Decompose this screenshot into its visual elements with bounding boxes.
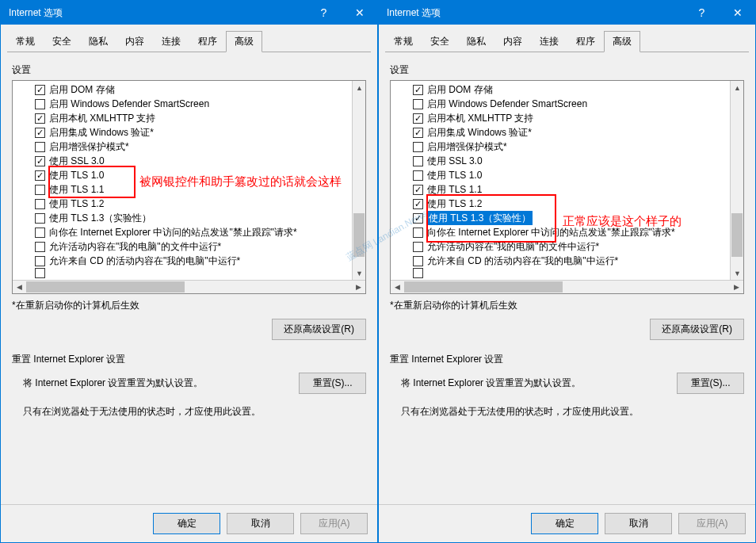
restore-advanced-button[interactable]: 还原高级设置(R): [272, 319, 366, 340]
tab-content[interactable]: 内容: [494, 31, 531, 52]
tab-content[interactable]: 内容: [116, 31, 153, 52]
tab-programs[interactable]: 程序: [189, 31, 226, 52]
settings-row[interactable]: 启用增强保护模式*: [413, 140, 743, 154]
settings-row[interactable]: 启用本机 XMLHTTP 支持: [35, 111, 365, 125]
settings-row-partial: [35, 268, 365, 279]
checkbox[interactable]: [35, 128, 45, 138]
checkbox[interactable]: [35, 156, 45, 166]
checkbox: [413, 268, 423, 278]
scroll-thumb-h[interactable]: [404, 281, 563, 293]
ok-button[interactable]: 确定: [153, 513, 220, 534]
tab-general[interactable]: 常规: [7, 31, 44, 52]
reset-info: 只有在浏览器处于无法使用的状态时，才应使用此设置。: [23, 405, 366, 419]
checkbox[interactable]: [413, 170, 423, 181]
tab-advanced[interactable]: 高级: [226, 31, 262, 52]
checkbox[interactable]: [413, 199, 423, 209]
checkbox[interactable]: [35, 170, 45, 181]
checkbox[interactable]: [413, 228, 423, 238]
settings-row[interactable]: 使用 TLS 1.3（实验性）: [413, 211, 743, 225]
settings-row[interactable]: 启用增强保护模式*: [35, 140, 365, 154]
scroll-right-icon[interactable]: ▶: [352, 281, 365, 294]
tab-programs[interactable]: 程序: [567, 31, 604, 52]
checkbox[interactable]: [35, 142, 45, 152]
checkbox[interactable]: [35, 113, 45, 124]
checkbox[interactable]: [35, 185, 45, 195]
settings-row[interactable]: 向你在 Internet Explorer 中访问的站点发送"禁止跟踪"请求*: [413, 225, 743, 239]
checkbox[interactable]: [35, 213, 45, 224]
settings-row[interactable]: 启用集成 Windows 验证*: [35, 125, 365, 140]
ok-button[interactable]: 确定: [531, 513, 598, 534]
settings-row[interactable]: 启用 Windows Defender SmartScreen: [413, 97, 743, 111]
tab-advanced[interactable]: 高级: [604, 31, 640, 52]
settings-row[interactable]: 启用集成 Windows 验证*: [413, 125, 743, 140]
checkbox[interactable]: [35, 99, 45, 109]
checkbox[interactable]: [413, 256, 423, 266]
tab-connections[interactable]: 连接: [531, 31, 567, 52]
tab-privacy[interactable]: 隐私: [458, 31, 494, 52]
settings-row[interactable]: 使用 TLS 1.2: [35, 197, 365, 211]
settings-row[interactable]: 使用 TLS 1.1: [35, 182, 365, 197]
settings-row[interactable]: 使用 TLS 1.2: [413, 197, 743, 211]
reset-button[interactable]: 重置(S)...: [677, 373, 744, 394]
checkbox[interactable]: [413, 156, 423, 166]
checkbox[interactable]: [413, 113, 423, 124]
scroll-left-icon[interactable]: ◀: [13, 281, 26, 294]
settings-row[interactable]: 使用 TLS 1.1: [413, 182, 743, 197]
checkbox[interactable]: [35, 256, 45, 266]
apply-button[interactable]: 应用(A): [300, 513, 368, 534]
cancel-button[interactable]: 取消: [227, 513, 294, 534]
horizontal-scrollbar[interactable]: ◀ ▶: [13, 280, 365, 293]
scroll-thumb-h[interactable]: [26, 281, 185, 293]
checkbox[interactable]: [35, 199, 45, 209]
settings-row[interactable]: 向你在 Internet Explorer 中访问的站点发送"禁止跟踪"请求*: [35, 225, 365, 239]
checkbox[interactable]: [35, 228, 45, 238]
checkbox[interactable]: [413, 99, 423, 109]
scroll-right-icon[interactable]: ▶: [730, 281, 743, 294]
settings-row[interactable]: 允许来自 CD 的活动内容在"我的电脑"中运行*: [35, 254, 365, 268]
cancel-button[interactable]: 取消: [605, 513, 672, 534]
reset-button[interactable]: 重置(S)...: [299, 373, 366, 394]
tab-security[interactable]: 安全: [422, 31, 458, 52]
settings-row[interactable]: 使用 TLS 1.3（实验性）: [35, 211, 365, 225]
checkbox[interactable]: [413, 242, 423, 252]
settings-row[interactable]: 启用 DOM 存储: [35, 82, 365, 97]
vertical-scrollbar[interactable]: ▲ ▼: [352, 81, 365, 280]
vertical-scrollbar[interactable]: ▲ ▼: [730, 81, 743, 280]
settings-row[interactable]: 使用 TLS 1.0: [413, 168, 743, 182]
scroll-thumb[interactable]: [731, 213, 743, 257]
scroll-up-icon[interactable]: ▲: [731, 81, 744, 94]
help-button[interactable]: ?: [684, 1, 720, 25]
checkbox[interactable]: [413, 185, 423, 195]
checkbox[interactable]: [413, 85, 423, 95]
settings-row[interactable]: 启用本机 XMLHTTP 支持: [413, 111, 743, 125]
scroll-down-icon[interactable]: ▼: [353, 266, 366, 280]
settings-row-label: 使用 TLS 1.2: [49, 197, 104, 211]
help-button[interactable]: ?: [306, 1, 342, 25]
scroll-up-icon[interactable]: ▲: [353, 81, 366, 94]
checkbox[interactable]: [413, 213, 423, 224]
settings-row[interactable]: 允许活动内容在"我的电脑"的文件中运行*: [413, 239, 743, 254]
scroll-thumb[interactable]: [353, 213, 365, 257]
checkbox[interactable]: [413, 128, 423, 138]
settings-row[interactable]: 允许活动内容在"我的电脑"的文件中运行*: [35, 239, 365, 254]
settings-row[interactable]: 使用 SSL 3.0: [413, 154, 743, 168]
checkbox[interactable]: [35, 85, 45, 95]
close-button[interactable]: ✕: [342, 1, 377, 25]
tab-general[interactable]: 常规: [385, 31, 422, 52]
tab-security[interactable]: 安全: [44, 31, 80, 52]
close-button[interactable]: ✕: [720, 1, 755, 25]
restore-advanced-button[interactable]: 还原高级设置(R): [650, 319, 744, 340]
tab-connections[interactable]: 连接: [153, 31, 189, 52]
scroll-left-icon[interactable]: ◀: [391, 281, 404, 294]
checkbox[interactable]: [35, 242, 45, 252]
settings-row[interactable]: 启用 DOM 存储: [413, 82, 743, 97]
settings-row[interactable]: 启用 Windows Defender SmartScreen: [35, 97, 365, 111]
horizontal-scrollbar[interactable]: ◀ ▶: [391, 280, 743, 293]
settings-row[interactable]: 使用 SSL 3.0: [35, 154, 365, 168]
settings-row[interactable]: 允许来自 CD 的活动内容在"我的电脑"中运行*: [413, 254, 743, 268]
scroll-down-icon[interactable]: ▼: [731, 266, 744, 280]
tab-privacy[interactable]: 隐私: [80, 31, 116, 52]
settings-row[interactable]: 使用 TLS 1.0: [35, 168, 365, 182]
apply-button[interactable]: 应用(A): [678, 513, 746, 534]
checkbox[interactable]: [413, 142, 423, 152]
